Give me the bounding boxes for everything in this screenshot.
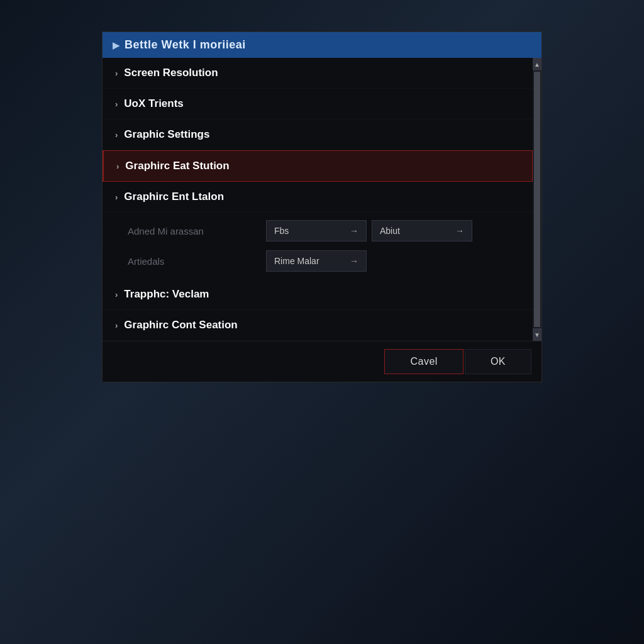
dropdown-arrow: → — [455, 226, 464, 236]
subsection-content: Adned Mi arassan Fbs → Abiut → — [103, 213, 533, 279]
dropdown-group-2: Rime Malar → — [266, 250, 367, 272]
sub-row-adned-mi: Adned Mi arassan Fbs → Abiut → — [128, 220, 520, 242]
dropdown-group-1: Fbs → Abiut → — [266, 220, 472, 242]
content-area: › Screen Resolution › UoX Trients › Grap… — [103, 58, 541, 341]
settings-panel: › Screen Resolution › UoX Trients › Grap… — [103, 58, 533, 341]
section-screen-resolution[interactable]: › Screen Resolution — [103, 58, 533, 89]
scrollbar-thumb[interactable] — [534, 72, 540, 327]
chevron-icon: › — [115, 321, 118, 330]
sub-row-artiedals: Artiedals Rime Malar → — [128, 250, 520, 272]
dropdown-value: Rime Malar — [274, 256, 319, 266]
dropdown-arrow: → — [350, 226, 358, 236]
chevron-icon: › — [115, 290, 118, 299]
dropdown-arrow: → — [350, 256, 358, 266]
section-trapphc-veclam[interactable]: › Trapphc: Veclam — [103, 279, 533, 310]
sub-row-label: Adned Mi arassan — [128, 226, 266, 236]
chevron-icon: › — [116, 162, 119, 171]
cancel-button[interactable]: Cavel — [384, 349, 463, 374]
section-label: Graphic Settings — [124, 128, 209, 141]
dropdown-fbs[interactable]: Fbs → — [266, 220, 367, 242]
footer-bar: Cavel OK — [103, 341, 541, 382]
section-label: Screen Resolution — [124, 67, 218, 79]
section-label: Graphirc Eat Stution — [125, 160, 229, 172]
sub-row-label: Artiedals — [128, 256, 266, 267]
dropdown-value: Abiut — [380, 226, 400, 236]
section-graphic-cont-seation[interactable]: › Graphirc Cont Seation — [103, 310, 533, 341]
title-bar: ▶ Bettle Wetk I moriieai — [103, 32, 541, 58]
section-graphic-settings[interactable]: › Graphic Settings — [103, 119, 533, 150]
dropdown-value: Fbs — [274, 226, 289, 236]
section-label: Graphirc Cont Seation — [124, 319, 237, 331]
dialog-title: Bettle Wetk I moriieai — [125, 38, 246, 52]
dropdown-abiut[interactable]: Abiut → — [372, 220, 472, 242]
settings-dialog: ▶ Bettle Wetk I moriieai › Screen Resolu… — [102, 31, 542, 382]
scrollbar-down-button[interactable]: ▼ — [533, 328, 541, 341]
section-graphic-eat-stution[interactable]: › Graphirc Eat Stution — [103, 150, 533, 182]
section-graphic-ent-ltalon[interactable]: › Graphirc Ent Ltalon — [103, 182, 533, 213]
section-label: Graphirc Ent Ltalon — [124, 191, 224, 203]
chevron-icon: › — [115, 192, 118, 202]
section-label: Trapphc: Veclam — [124, 288, 209, 301]
title-bar-icon: ▶ — [113, 40, 119, 50]
section-label: UoX Trients — [124, 97, 183, 110]
scrollbar-up-button[interactable]: ▲ — [533, 58, 541, 70]
chevron-icon: › — [115, 130, 118, 140]
chevron-icon: › — [115, 69, 118, 78]
section-uox-trients[interactable]: › UoX Trients — [103, 89, 533, 119]
scrollbar[interactable]: ▲ ▼ — [533, 58, 541, 341]
ok-button[interactable]: OK — [465, 349, 531, 374]
settings-list: › Screen Resolution › UoX Trients › Grap… — [103, 58, 533, 341]
dropdown-rime-malar[interactable]: Rime Malar → — [266, 250, 367, 272]
chevron-icon: › — [115, 99, 118, 109]
